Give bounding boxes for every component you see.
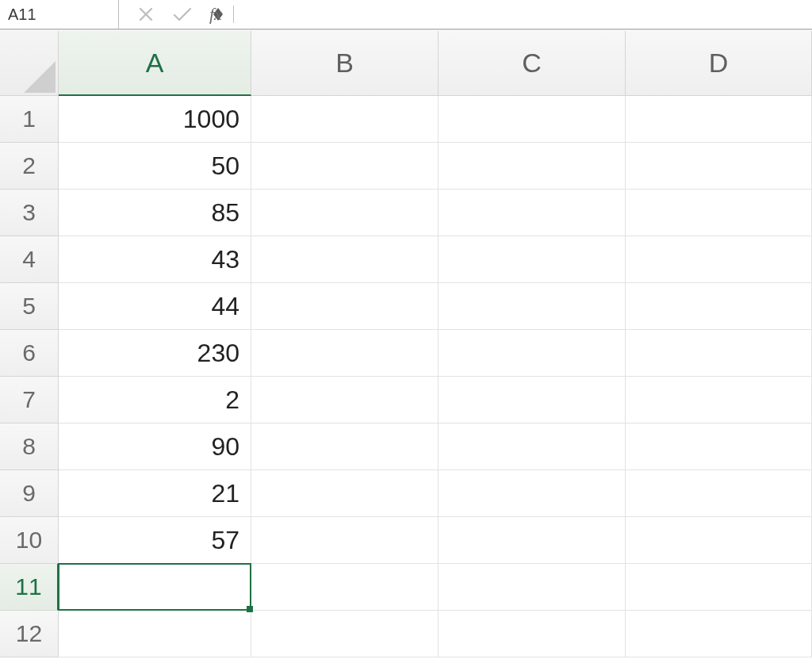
table-row: 6230	[0, 330, 812, 377]
cell-C12[interactable]	[439, 611, 626, 657]
cell-B5[interactable]	[251, 283, 439, 330]
cell-A12[interactable]	[59, 611, 251, 657]
cell-B11[interactable]	[251, 564, 439, 611]
cell-D11[interactable]	[626, 564, 812, 611]
svg-marker-4	[24, 61, 56, 93]
cell-D8[interactable]	[626, 423, 812, 470]
formula-input[interactable]	[234, 0, 812, 29]
formula-bar: fx	[0, 0, 812, 29]
cell-A7[interactable]: 2	[59, 377, 251, 423]
cell-B3[interactable]	[251, 190, 439, 236]
cell-D6[interactable]	[626, 330, 812, 377]
formula-input-wrap[interactable]	[232, 0, 812, 29]
cell-D5[interactable]	[626, 283, 812, 330]
row-header-4[interactable]: 4	[0, 236, 59, 283]
row-header-1[interactable]: 1	[0, 96, 59, 143]
table-row: 12	[0, 611, 812, 657]
table-row: 72	[0, 377, 812, 423]
cell-B2[interactable]	[251, 143, 439, 190]
table-row: 890	[0, 423, 812, 470]
table-row: 11	[0, 564, 812, 611]
table-row: 1057	[0, 517, 812, 564]
cell-A9[interactable]: 21	[59, 470, 251, 517]
row-header-11[interactable]: 11	[0, 564, 59, 611]
cell-A4[interactable]: 43	[59, 236, 251, 283]
cell-B9[interactable]	[251, 470, 439, 517]
cell-A11[interactable]	[59, 564, 251, 611]
cell-D1[interactable]	[626, 96, 812, 143]
table-row: 443	[0, 236, 812, 283]
column-header-C[interactable]: C	[439, 31, 626, 96]
cell-A6[interactable]: 230	[59, 330, 251, 377]
cell-B6[interactable]	[251, 330, 439, 377]
select-all-corner[interactable]	[0, 31, 59, 96]
cell-C1[interactable]	[439, 96, 626, 143]
cancel-icon[interactable]	[136, 5, 155, 24]
cell-A3[interactable]: 85	[59, 190, 251, 236]
cell-D3[interactable]	[626, 190, 812, 236]
cell-C8[interactable]	[439, 423, 626, 470]
table-row: 11000	[0, 96, 812, 143]
insert-function-button[interactable]: fx	[209, 6, 222, 23]
cell-A10[interactable]: 57	[59, 517, 251, 564]
column-header-B[interactable]: B	[251, 31, 439, 96]
cell-B1[interactable]	[251, 96, 439, 143]
cell-D12[interactable]	[626, 611, 812, 657]
cell-B7[interactable]	[251, 377, 439, 423]
cell-B8[interactable]	[251, 423, 439, 470]
row-header-8[interactable]: 8	[0, 423, 59, 470]
formula-bar-buttons: fx	[119, 0, 232, 29]
cell-C4[interactable]	[439, 236, 626, 283]
cell-B10[interactable]	[251, 517, 439, 564]
cell-A2[interactable]: 50	[59, 143, 251, 190]
enter-icon[interactable]	[173, 5, 192, 24]
cell-C5[interactable]	[439, 283, 626, 330]
cell-D9[interactable]	[626, 470, 812, 517]
row-header-2[interactable]: 2	[0, 143, 59, 190]
cell-C11[interactable]	[439, 564, 626, 611]
row-header-10[interactable]: 10	[0, 517, 59, 564]
row-header-5[interactable]: 5	[0, 283, 59, 330]
cell-A5[interactable]: 44	[59, 283, 251, 330]
row-header-7[interactable]: 7	[0, 377, 59, 423]
cell-D2[interactable]	[626, 143, 812, 190]
table-row: 921	[0, 470, 812, 517]
cell-C6[interactable]	[439, 330, 626, 377]
name-box[interactable]	[0, 0, 119, 29]
row-header-12[interactable]: 12	[0, 611, 59, 657]
cell-B12[interactable]	[251, 611, 439, 657]
table-row: 250	[0, 143, 812, 190]
cell-A8[interactable]: 90	[59, 423, 251, 470]
spreadsheet-grid: A B C D 11000250385443544623072890921105…	[0, 31, 812, 657]
cell-C9[interactable]	[439, 470, 626, 517]
column-header-D[interactable]: D	[626, 31, 812, 96]
row-header-3[interactable]: 3	[0, 190, 59, 236]
cell-C10[interactable]	[439, 517, 626, 564]
cell-D10[interactable]	[626, 517, 812, 564]
column-header-A[interactable]: A	[59, 31, 251, 96]
cell-C2[interactable]	[439, 143, 626, 190]
row-header-9[interactable]: 9	[0, 470, 59, 517]
table-row: 385	[0, 190, 812, 236]
row-header-6[interactable]: 6	[0, 330, 59, 377]
table-row: 544	[0, 283, 812, 330]
column-headers: A B C D	[0, 31, 812, 96]
cell-B4[interactable]	[251, 236, 439, 283]
cell-C7[interactable]	[439, 377, 626, 423]
cell-D7[interactable]	[626, 377, 812, 423]
cell-A1[interactable]: 1000	[59, 96, 251, 143]
cell-D4[interactable]	[626, 236, 812, 283]
cell-C3[interactable]	[439, 190, 626, 236]
